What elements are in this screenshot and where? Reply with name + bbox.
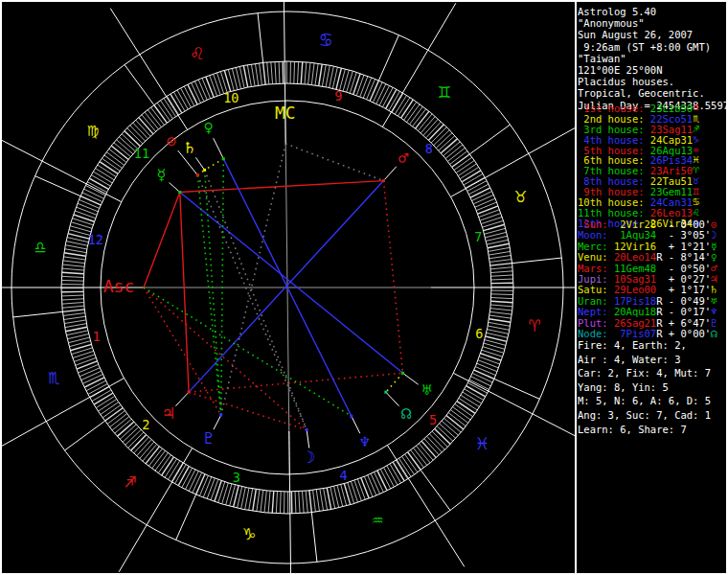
window-border <box>0 0 728 575</box>
astrolog-window: { "app": {"name": "Astrolog 5.40"}, "col… <box>0 0 728 575</box>
